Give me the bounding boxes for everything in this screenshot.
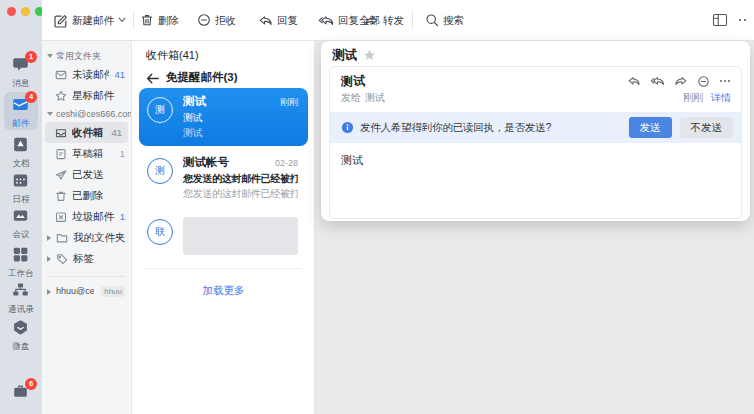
mail-item-selected[interactable]: 测 测试 刚刚 测试 测试 [139,88,308,146]
compose-button[interactable]: 新建邮件 [53,0,126,40]
folder-junk[interactable]: 垃圾邮件 1 [42,206,131,227]
window-controls [7,7,44,16]
collapse-caret-icon [47,112,53,116]
calendar-icon [12,172,30,189]
folder-count: 41 [111,127,122,138]
layout-icon [712,12,728,28]
mail-time: 刚刚 [280,97,298,108]
mail-app-window: 1 消息 4 邮件 文档 日程 会议 工作台 通讯录 [0,0,754,414]
rail-item-docs[interactable]: 文档 [0,136,42,168]
mail-subtitle: 您发送的这封邮件已经被打开。 [183,173,298,185]
compose-icon [53,13,68,28]
load-more-link[interactable]: 加载更多 [139,269,308,312]
back-title: 免提醒邮件(3) [166,71,238,85]
workbench-icon [12,246,30,263]
folder-label: 垃圾邮件 [72,210,115,223]
search-button[interactable]: 搜索 [425,0,464,40]
compose-label: 新建邮件 [72,14,114,27]
section-common-folders[interactable]: 常用文件夹 [42,48,131,64]
mail-subject: 测试 [183,95,274,109]
folder-drafts[interactable]: 草稿箱 1 [42,143,131,164]
reply-button[interactable]: 回复 [258,0,298,40]
folder-label: 草稿箱 [72,147,115,160]
mail-time: 02-28 [275,158,298,169]
reading-pane: 测试 测试 发给 测试 [315,41,754,414]
message-time: 刚刚 [683,92,703,104]
meeting-icon [12,207,30,224]
mail-item[interactable]: 测 测试帐号 02-28 您发送的这封邮件已经被打开。 您发送的这封邮件已经被打… [139,149,308,207]
inbox-icon [55,127,67,139]
rail-item-calendar[interactable]: 日程 [0,172,42,204]
reply-all-icon[interactable] [650,75,665,87]
rail-label: 日程 [0,194,42,204]
tag-icon [56,253,68,265]
rail-item-contacts[interactable]: 通讯录 [0,282,42,314]
collapse-caret-icon [47,54,53,58]
toolbar-divider [133,12,134,28]
delete-button[interactable]: 删除 [140,0,179,40]
more-button[interactable] [738,0,748,40]
message-title: 测试 [332,48,357,63]
forward-icon[interactable] [674,75,688,87]
mail-badge: 4 [25,91,37,103]
mail-item-loading[interactable]: 联 [139,210,308,262]
forward-button[interactable]: 转发 [364,0,404,40]
layout-toggle-button[interactable] [712,0,728,40]
toolbar-divider [412,12,413,28]
folder-divider [48,276,125,277]
message-overlay: 测试 测试 发给 测试 [321,41,750,221]
send-receipt-button[interactable]: 发送 [629,117,672,138]
rail-item-workbench[interactable]: 工作台 [0,246,42,278]
section-account[interactable]: ceshi@ces666.com [42,106,131,122]
more-dots-icon [738,18,748,22]
account-email: ceshi@ces666.com [56,109,131,120]
draft-icon [55,148,67,160]
details-link[interactable]: 详情 [711,92,731,104]
account-hhuu[interactable]: hhuu@ces666... hhuu [42,281,131,302]
loading-skeleton [183,217,298,255]
reply-icon[interactable] [627,75,641,87]
rail-item-meeting[interactable]: 会议 [0,207,42,239]
folder-unread[interactable]: 未读邮件 41 [42,64,131,85]
trash-icon [55,190,67,202]
folder-pane: 常用文件夹 未读邮件 41 星标邮件 ceshi@ces666.com 收件箱 … [42,41,132,414]
close-button[interactable] [7,7,16,16]
folder-tags[interactable]: 标签 [42,248,131,269]
back-arrow-icon[interactable] [146,73,159,84]
rail-item-messages[interactable]: 1 消息 [0,56,42,88]
reply-icon [258,14,273,27]
rail-item-mail[interactable]: 4 邮件 [0,96,42,128]
mail-preview: 您发送的这封邮件已经被打开。 [183,188,298,200]
history-icon[interactable] [697,75,710,88]
star-toggle-icon[interactable] [363,49,376,62]
sender-name: 测试 [341,74,627,88]
dont-send-receipt-button[interactable]: 不发送 [680,117,734,138]
mail-preview: 测试 [183,127,298,139]
folder-my-folders[interactable]: 我的文件夹 [42,227,131,248]
folder-label: 星标邮件 [72,89,125,102]
reject-button[interactable]: 拒收 [197,0,236,40]
info-icon [341,121,354,134]
folder-label: 收件箱 [72,126,106,139]
avatar: 测 [147,158,173,184]
avatar: 联 [147,219,173,245]
messages-badge: 1 [25,51,37,63]
reply-label: 回复 [277,14,298,27]
back-row[interactable]: 免提醒邮件(3) [146,71,314,85]
folder-starred[interactable]: 星标邮件 [42,85,131,106]
folder-count: 1 [120,148,125,159]
search-icon [425,13,439,27]
folder-inbox[interactable]: 收件箱 41 [45,122,128,143]
minimize-button[interactable] [21,7,30,16]
account2-email: hhuu@ces666... [56,286,94,297]
unread-mail-icon [55,69,67,81]
chevron-down-icon [118,17,126,23]
rail-item-drive[interactable]: 微盘 [0,319,42,351]
folder-deleted[interactable]: 已删除 [42,185,131,206]
more-dots-icon[interactable] [719,79,731,83]
section-label: 常用文件夹 [56,51,101,62]
rail-item-apps[interactable]: 6 [0,383,42,404]
folder-icon [56,232,68,244]
folder-sent[interactable]: 已发送 [42,164,131,185]
junk-icon [55,211,67,223]
